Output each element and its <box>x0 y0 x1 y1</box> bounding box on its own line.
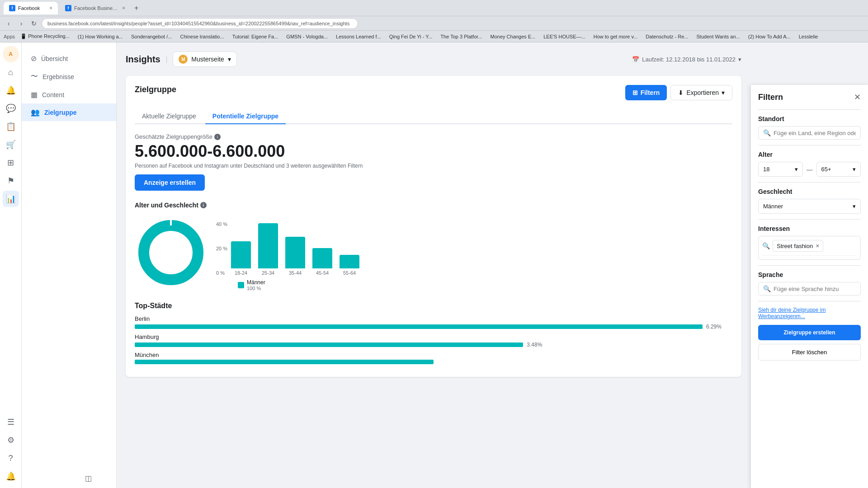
date-range[interactable]: 📅 Laufzeit: 12.12.2018 bis 11.01.2022 ▾ <box>632 56 741 63</box>
city-row-hamburg: Hamburg 3.48% <box>135 333 732 348</box>
sidebar-item-ergebnisse[interactable]: 〜 Ergebnisse <box>22 67 116 86</box>
age-to-select[interactable]: 65+ ▾ <box>816 162 861 177</box>
sidebar-item-ubersicht[interactable]: ⊘ Übersicht <box>22 50 116 67</box>
geschlecht-chevron: ▾ <box>853 203 856 210</box>
create-ad-button[interactable]: Anzeige erstellen <box>135 174 205 191</box>
left-nav: A ⌂ 🔔 💬 📋 🛒 ⊞ ⚑ 📊 ☰ ⚙ ? 🔔 <box>0 42 22 488</box>
help-icon[interactable]: ? <box>3 450 19 466</box>
bookmark-10[interactable]: LEE'S HOUSE—... <box>541 33 588 40</box>
city-pct-hamburg: 3.48% <box>527 342 542 348</box>
bookmark-phone[interactable]: 📱 Phone Recycling... <box>18 33 72 40</box>
cities-section: Top-Städte Berlin 6.29% Hamburg 3.48% <box>135 302 732 364</box>
clear-filter-button[interactable]: Filter löschen <box>758 344 861 361</box>
calendar-icon: 📅 <box>632 56 639 63</box>
grid-icon[interactable]: ⊞ <box>3 155 19 171</box>
interest-remove-button[interactable]: × <box>816 242 819 249</box>
age-row: 18 ▾ — 65+ ▾ <box>758 162 861 177</box>
back-button[interactable]: ‹ <box>4 19 14 28</box>
city-bar-hamburg <box>135 343 523 347</box>
bookmark-4[interactable]: Tutorial: Eigene Fa... <box>230 33 281 40</box>
export-chevron-icon: ▾ <box>722 89 725 96</box>
inbox-icon[interactable]: 📋 <box>3 118 19 135</box>
filter-button[interactable]: ⊞ Filtern <box>625 85 667 100</box>
export-label: Exportieren <box>686 89 719 96</box>
brand-icon[interactable]: A <box>3 46 19 62</box>
stat-desc: Personen auf Facebook und Instagram unte… <box>135 163 732 169</box>
bookmark-11[interactable]: How to get more v... <box>591 33 641 40</box>
bookmark-13[interactable]: Student Wants an... <box>694 33 743 40</box>
tab-facebook[interactable]: f Facebook × <box>4 2 58 14</box>
page-selector[interactable]: M Musterseite ▾ <box>173 52 236 67</box>
notification-icon[interactable]: 🔔 <box>3 468 19 484</box>
bar-chart: 40 % 20 % 0 % 18-24 <box>216 221 732 276</box>
menu-icon[interactable]: ☰ <box>3 414 19 430</box>
filter-title: Filtern <box>758 93 783 102</box>
sidebar-item-label-ergebnisse: Ergebnisse <box>42 73 74 80</box>
new-tab-button[interactable]: + <box>132 4 140 12</box>
bookmark-9[interactable]: Money Changes E... <box>488 33 538 40</box>
bookmark-15[interactable]: Lesslelie <box>796 33 821 40</box>
geschlecht-select[interactable]: Männer ▾ <box>758 199 861 214</box>
alert-icon[interactable]: 🔔 <box>3 82 19 99</box>
chat-icon[interactable]: 💬 <box>3 100 19 117</box>
bookmark-2[interactable]: Sonderangebot /... <box>128 33 175 40</box>
forward-button[interactable]: › <box>16 19 26 28</box>
create-zielgruppe-button[interactable]: Zielgruppe erstellen <box>758 325 861 340</box>
address-bar[interactable]: business.facebook.com/latest/insights/pe… <box>42 18 358 29</box>
tab-facebook-close[interactable]: × <box>49 5 52 11</box>
zielgruppe-link[interactable]: Sieh dir deine Zielgruppe im Werbeanzeig… <box>758 307 861 319</box>
card-title: Zielgruppe <box>135 85 176 94</box>
cart-icon[interactable]: 🛒 <box>3 136 19 153</box>
bookmark-5[interactable]: GMSN - Vologda... <box>283 33 330 40</box>
filter-alter-title: Alter <box>758 151 861 158</box>
y-label-40: 40 % <box>216 221 227 227</box>
interests-search-icon: 🔍 <box>762 242 770 249</box>
filter-sprache-input-wrap[interactable]: 🔍 <box>758 282 861 296</box>
city-name-munchen: München <box>135 352 732 358</box>
tab-business-close[interactable]: × <box>122 5 125 11</box>
bar-25-34 <box>258 223 278 268</box>
bar-label-25-34: 25-34 <box>262 270 274 276</box>
filter-standort-input-wrap[interactable]: 🔍 <box>758 126 861 140</box>
interests-area: 🔍 Street fashion × <box>758 236 861 260</box>
tab-business-suite[interactable]: f Facebook Business Suite × <box>60 2 131 14</box>
chart-info-icon[interactable]: i <box>200 202 207 208</box>
filter-geschlecht-section: Geschlecht Männer ▾ <box>758 188 861 214</box>
flag-icon[interactable]: ⚑ <box>3 173 19 189</box>
y-label-20: 20 % <box>216 246 227 251</box>
interests-top: 🔍 Street fashion × <box>762 240 857 256</box>
bookmark-7[interactable]: Qing Fei De Yi - Y... <box>387 33 435 40</box>
age-from-value: 18 <box>763 166 769 173</box>
home-icon[interactable]: ⌂ <box>3 64 19 80</box>
bookmark-14[interactable]: (2) How To Add A... <box>745 33 793 40</box>
sprache-input[interactable] <box>774 286 856 292</box>
stat-info-icon[interactable]: i <box>214 134 221 140</box>
date-chevron-icon: ▾ <box>738 56 741 63</box>
age-from-select[interactable]: 18 ▾ <box>758 162 803 177</box>
bookmark-6[interactable]: Lessons Learned f... <box>333 33 384 40</box>
export-button[interactable]: ⬇ Exportieren ▾ <box>670 85 732 100</box>
bookmarks-bar: Apps 📱 Phone Recycling... (1) How Workin… <box>0 31 868 42</box>
bar-group-35-44: 35-44 <box>285 237 305 276</box>
sidebar-toggle-button[interactable]: ◫ <box>85 474 92 483</box>
page-name: Musterseite <box>191 56 224 63</box>
reload-button[interactable]: ↻ <box>29 19 39 28</box>
sidebar-item-content[interactable]: ▦ Content <box>22 86 116 103</box>
settings-icon[interactable]: ⚙ <box>3 432 19 448</box>
bar-45-54 <box>312 248 332 268</box>
tab-aktuelle[interactable]: Aktuelle Zielgruppe <box>135 109 203 124</box>
bookmark-12[interactable]: Datenschutz - Re... <box>643 33 691 40</box>
tab-potentielle[interactable]: Potentielle Zielgruppe <box>205 109 286 124</box>
filter-sprache-title: Sprache <box>758 271 861 278</box>
age-from-chevron: ▾ <box>795 166 798 173</box>
sidebar-item-zielgruppe[interactable]: 👥 Zielgruppe <box>22 103 116 121</box>
standort-input[interactable] <box>774 130 856 136</box>
bookmark-8[interactable]: The Top 3 Platfor... <box>438 33 485 40</box>
y-axis: 40 % 20 % 0 % <box>216 221 227 276</box>
filter-close-button[interactable]: ✕ <box>854 92 861 102</box>
chart-icon[interactable]: 📊 <box>3 191 19 207</box>
bookmark-3[interactable]: Chinese translatio... <box>177 33 226 40</box>
ubersicht-icon: ⊘ <box>31 54 37 63</box>
city-bar-berlin <box>135 324 703 329</box>
bookmark-1[interactable]: (1) How Working a... <box>75 33 126 40</box>
